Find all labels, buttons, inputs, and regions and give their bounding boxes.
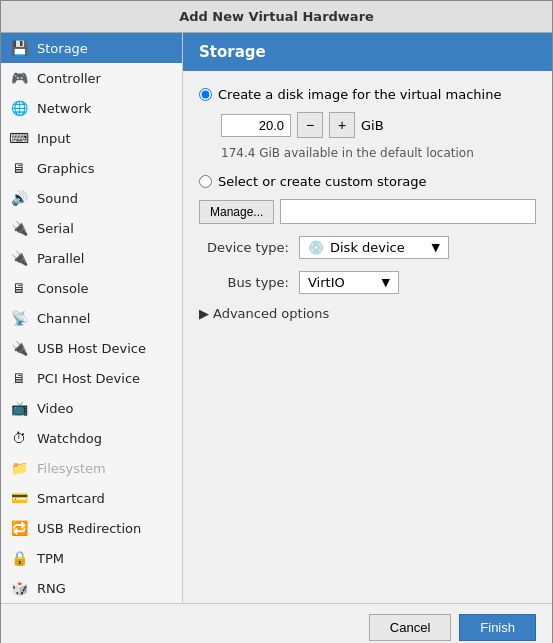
sidebar-item-parallel[interactable]: 🔌Parallel [1,243,182,273]
sidebar-item-video[interactable]: 📺Video [1,393,182,423]
channel-icon: 📡 [9,308,29,328]
serial-icon: 🔌 [9,218,29,238]
add-hardware-dialog: Add New Virtual Hardware 💾Storage🎮Contro… [0,0,553,643]
dialog-title: Add New Virtual Hardware [1,1,552,33]
device-type-chevron-icon: ▼ [432,241,440,254]
sidebar-label-filesystem: Filesystem [37,461,106,476]
pci-host-icon: 🖥 [9,368,29,388]
sidebar-item-usb-host[interactable]: 🔌USB Host Device [1,333,182,363]
sidebar-item-tpm[interactable]: 🔒TPM [1,543,182,573]
manage-button[interactable]: Manage... [199,200,274,224]
advanced-options-row[interactable]: ▶ Advanced options [199,306,536,321]
sidebar-label-graphics: Graphics [37,161,94,176]
console-icon: 🖥 [9,278,29,298]
sidebar-label-smartcard: Smartcard [37,491,105,506]
create-disk-row: Create a disk image for the virtual mach… [199,87,536,102]
sidebar-item-usb-redir[interactable]: 🔁USB Redirection [1,513,182,543]
storage-icon: 💾 [9,38,29,58]
rng-icon: 🎲 [9,578,29,598]
manage-row: Manage... [199,199,536,224]
sidebar-item-graphics[interactable]: 🖥Graphics [1,153,182,183]
cancel-button[interactable]: Cancel [369,614,451,641]
bus-type-label: Bus type: [199,275,289,290]
input-icon: ⌨ [9,128,29,148]
sidebar-label-pci-host: PCI Host Device [37,371,140,386]
sidebar-item-sound[interactable]: 🔊Sound [1,183,182,213]
sidebar-item-smartcard[interactable]: 💳Smartcard [1,483,182,513]
custom-storage-radio[interactable] [199,175,212,188]
dialog-footer: Cancel Finish [1,603,552,643]
sidebar-label-tpm: TPM [37,551,64,566]
custom-storage-row: Select or create custom storage [199,174,536,189]
sidebar-label-parallel: Parallel [37,251,84,266]
advanced-options-label: Advanced options [213,306,329,321]
available-text: 174.4 GiB available in the default locat… [221,146,536,160]
sidebar-label-watchdog: Watchdog [37,431,102,446]
sidebar-label-network: Network [37,101,91,116]
network-icon: 🌐 [9,98,29,118]
video-icon: 📺 [9,398,29,418]
sidebar-item-storage[interactable]: 💾Storage [1,33,182,63]
parallel-icon: 🔌 [9,248,29,268]
bus-type-value: VirtIO [308,275,345,290]
custom-storage-label: Select or create custom storage [218,174,426,189]
sidebar-item-watchdog[interactable]: ⏱Watchdog [1,423,182,453]
sidebar-label-channel: Channel [37,311,90,326]
bus-type-dropdown[interactable]: VirtIO ▼ [299,271,399,294]
device-type-row: Device type: 💿 Disk device ▼ [199,236,536,259]
create-disk-radio[interactable] [199,88,212,101]
smartcard-icon: 💳 [9,488,29,508]
disk-size-row: − + GiB [221,112,536,138]
sidebar: 💾Storage🎮Controller🌐Network⌨Input🖥Graphi… [1,33,183,603]
sidebar-label-serial: Serial [37,221,74,236]
advanced-chevron-icon: ▶ [199,306,209,321]
filesystem-icon: 📁 [9,458,29,478]
tpm-icon: 🔒 [9,548,29,568]
dialog-body: 💾Storage🎮Controller🌐Network⌨Input🖥Graphi… [1,33,552,603]
sidebar-label-input: Input [37,131,71,146]
disk-size-decrease-button[interactable]: − [297,112,323,138]
device-type-label: Device type: [199,240,289,255]
sidebar-label-console: Console [37,281,89,296]
sidebar-item-controller[interactable]: 🎮Controller [1,63,182,93]
disk-size-input[interactable] [221,114,291,137]
section-body: Create a disk image for the virtual mach… [183,71,552,603]
device-type-dropdown[interactable]: 💿 Disk device ▼ [299,236,449,259]
main-content: Storage Create a disk image for the virt… [183,33,552,603]
device-type-icon: 💿 [308,240,324,255]
finish-button[interactable]: Finish [459,614,536,641]
sidebar-label-controller: Controller [37,71,101,86]
sidebar-label-usb-host: USB Host Device [37,341,146,356]
device-type-value: Disk device [330,240,405,255]
bus-type-row: Bus type: VirtIO ▼ [199,271,536,294]
sidebar-item-input[interactable]: ⌨Input [1,123,182,153]
watchdog-icon: ⏱ [9,428,29,448]
section-header: Storage [183,33,552,71]
sidebar-item-filesystem: 📁Filesystem [1,453,182,483]
sidebar-item-pci-host[interactable]: 🖥PCI Host Device [1,363,182,393]
disk-size-increase-button[interactable]: + [329,112,355,138]
sidebar-label-sound: Sound [37,191,78,206]
sound-icon: 🔊 [9,188,29,208]
sidebar-label-usb-redir: USB Redirection [37,521,141,536]
usb-host-icon: 🔌 [9,338,29,358]
bus-type-chevron-icon: ▼ [382,276,390,289]
path-input[interactable] [280,199,536,224]
disk-size-unit: GiB [361,118,384,133]
sidebar-item-console[interactable]: 🖥Console [1,273,182,303]
sidebar-label-storage: Storage [37,41,88,56]
usb-redir-icon: 🔁 [9,518,29,538]
sidebar-label-rng: RNG [37,581,66,596]
controller-icon: 🎮 [9,68,29,88]
sidebar-item-rng[interactable]: 🎲RNG [1,573,182,603]
graphics-icon: 🖥 [9,158,29,178]
create-disk-label: Create a disk image for the virtual mach… [218,87,501,102]
sidebar-item-channel[interactable]: 📡Channel [1,303,182,333]
sidebar-label-video: Video [37,401,73,416]
sidebar-item-network[interactable]: 🌐Network [1,93,182,123]
sidebar-item-serial[interactable]: 🔌Serial [1,213,182,243]
